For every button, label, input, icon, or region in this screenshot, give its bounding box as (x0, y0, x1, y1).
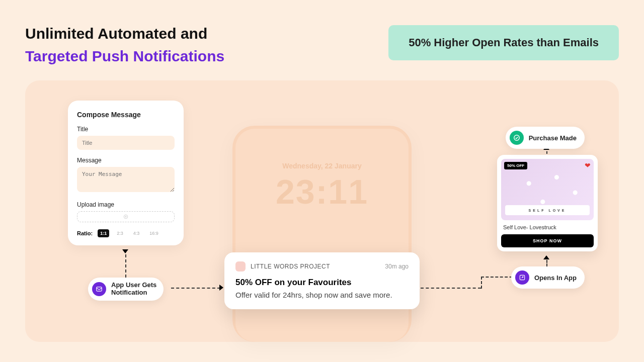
heading-line-1: Unlimited Automated and (25, 22, 224, 45)
message-label: Message (77, 157, 175, 164)
notification-body: Offer valid for 24hrs, shop now and save… (235, 291, 409, 299)
check-circle-icon (510, 131, 524, 145)
connector-line (125, 249, 126, 278)
product-ribbon: SELF LOVE (505, 205, 590, 215)
heart-icon[interactable]: ❤ (585, 161, 591, 169)
step-purchase-made: Purchase Made (506, 127, 585, 149)
discount-badge: 50% OFF (504, 162, 527, 169)
mail-icon (92, 282, 106, 296)
arrow-right-icon (219, 285, 223, 291)
product-card[interactable]: 50% OFF ❤ SELF LOVE Self Love- Lovestruc… (497, 155, 598, 251)
title-label: Title (77, 126, 175, 133)
heading-line-2: Targeted Push Notifications (25, 45, 224, 67)
phone-time: 23:11 (235, 172, 409, 211)
compose-title: Compose Message (77, 111, 175, 119)
step-label: Opens In App (534, 274, 577, 282)
open-external-icon (515, 270, 529, 285)
upload-dropzone[interactable] (77, 211, 175, 222)
connector-line (421, 288, 481, 289)
step-opens-in-app: Opens In App (511, 266, 585, 289)
step-label: App User GetsNotification (111, 282, 156, 297)
illustration-stage: Compose Message Title Message Upload ima… (25, 80, 619, 342)
shop-now-button[interactable]: SHOP NOW (501, 234, 594, 247)
product-image: 50% OFF ❤ SELF LOVE (501, 159, 594, 220)
ratio-4-3[interactable]: 4:3 (131, 229, 142, 237)
step-label: Purchase Made (529, 134, 577, 142)
message-input[interactable] (77, 167, 175, 192)
notification-time: 30m ago (385, 263, 409, 270)
svg-rect-3 (97, 287, 102, 291)
ratio-2-3[interactable]: 2:3 (114, 229, 126, 237)
notification-app-name: LITTLE WORDS PROJECT (251, 263, 330, 270)
title-input[interactable] (77, 136, 175, 150)
step-user-gets-notification: App User GetsNotification (88, 278, 164, 301)
app-icon (235, 261, 246, 272)
push-notification[interactable]: LITTLE WORDS PROJECT 30m ago 50% OFF on … (224, 252, 420, 309)
open-rate-badge: 50% Higher Open Rates than Emails (388, 25, 619, 60)
arrow-up-icon (543, 255, 549, 259)
compose-card: Compose Message Title Message Upload ima… (68, 101, 184, 245)
ratio-16-9[interactable]: 16:9 (147, 229, 161, 237)
ratio-label: Ratio: (77, 230, 93, 236)
phone-mockup: Wednesday, 22 January 23:11 (232, 126, 412, 342)
upload-label: Upload image (77, 201, 175, 208)
product-name: Self Love- Lovestruck (501, 220, 594, 234)
notification-header: LITTLE WORDS PROJECT 30m ago (235, 261, 409, 272)
upload-plus-icon (123, 214, 128, 219)
page-heading: Unlimited Automated and Targeted Push No… (25, 22, 224, 67)
arrow-down-icon (122, 249, 128, 253)
ratio-1-1[interactable]: 1:1 (98, 229, 109, 237)
ratio-row: Ratio: 1:1 2:3 4:3 16:9 (77, 229, 175, 237)
connector-line (481, 277, 482, 289)
connector-line (171, 288, 220, 289)
notification-title: 50% OFF on your Favourites (235, 278, 409, 288)
phone-date: Wednesday, 22 January (235, 162, 409, 170)
